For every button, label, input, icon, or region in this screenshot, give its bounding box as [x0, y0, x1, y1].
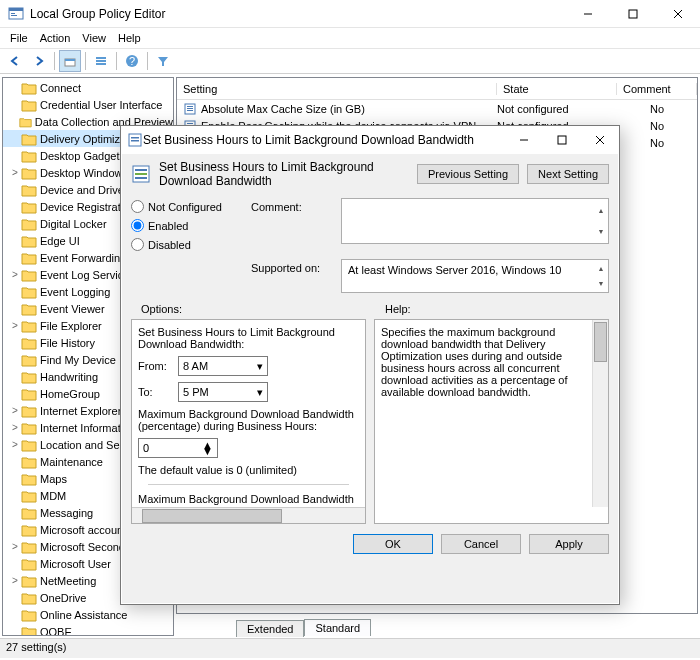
back-icon[interactable] [4, 50, 26, 72]
chevron-down-icon: ▾ [257, 386, 263, 399]
svg-rect-11 [96, 60, 106, 62]
list-header: Setting State Comment [177, 78, 697, 100]
svg-rect-10 [96, 57, 106, 59]
supported-box: At least Windows Server 2016, Windows 10… [341, 259, 609, 293]
options-label: Options: [131, 301, 365, 319]
menu-file[interactable]: File [4, 30, 34, 46]
svg-rect-18 [187, 110, 193, 111]
help-text: Specifies the maximum background downloa… [381, 326, 602, 398]
help-pane: Specifies the maximum background downloa… [374, 319, 609, 524]
comment-textarea[interactable]: ▲▼ [341, 198, 609, 244]
maximize-button[interactable] [610, 0, 655, 28]
apply-button[interactable]: Apply [529, 534, 609, 554]
from-label: From: [138, 360, 172, 372]
svg-rect-28 [131, 137, 139, 139]
radio-enabled[interactable]: Enabled [131, 219, 241, 232]
options-pane: Set Business Hours to Limit Background D… [131, 319, 366, 524]
dialog-minimize-button[interactable] [505, 126, 543, 154]
close-button[interactable] [655, 0, 700, 28]
svg-rect-1 [9, 8, 23, 11]
bottom-tabs: Extended Standard [176, 614, 698, 636]
list-icon[interactable] [90, 50, 112, 72]
previous-setting-button[interactable]: Previous Setting [417, 164, 519, 184]
svg-rect-3 [11, 15, 17, 16]
dialog-maximize-button[interactable] [543, 126, 581, 154]
minimize-button[interactable] [565, 0, 610, 28]
policy-dialog: Set Business Hours to Limit Background D… [120, 125, 620, 605]
to-label: To: [138, 386, 172, 398]
tree-item[interactable]: Online Assistance [3, 606, 173, 623]
max-during-input[interactable]: 0▲▼ [138, 438, 218, 458]
svg-rect-37 [135, 177, 147, 179]
dialog-close-button[interactable] [581, 126, 619, 154]
help-vscroll[interactable] [592, 320, 608, 507]
svg-rect-17 [187, 108, 193, 109]
comment-scroll[interactable]: ▲▼ [595, 200, 607, 242]
svg-rect-2 [11, 13, 15, 14]
help-icon[interactable]: ? [121, 50, 143, 72]
opt-title: Set Business Hours to Limit Background D… [138, 326, 359, 350]
svg-rect-16 [187, 106, 193, 107]
toolbar: ? [0, 48, 700, 74]
policy-icon [131, 164, 151, 184]
forward-icon[interactable] [28, 50, 50, 72]
from-select[interactable]: 8 AM▾ [178, 356, 268, 376]
tab-standard[interactable]: Standard [304, 619, 371, 636]
radio-disabled[interactable]: Disabled [131, 238, 241, 251]
to-select[interactable]: 5 PM▾ [178, 382, 268, 402]
col-state[interactable]: State [497, 83, 617, 95]
svg-rect-29 [131, 140, 139, 142]
next-setting-button[interactable]: Next Setting [527, 164, 609, 184]
statusbar: 27 setting(s) [0, 638, 700, 658]
status-text: 27 setting(s) [6, 641, 67, 653]
list-row[interactable]: Absolute Max Cache Size (in GB)Not confi… [177, 100, 697, 117]
help-label: Help: [375, 301, 609, 319]
col-comment[interactable]: Comment [617, 83, 697, 95]
tree-item[interactable]: Credential User Interface [3, 96, 173, 113]
col-setting[interactable]: Setting [177, 83, 497, 95]
svg-rect-35 [135, 169, 147, 171]
filter-icon[interactable] [152, 50, 174, 72]
menu-action[interactable]: Action [34, 30, 77, 46]
comment-label: Comment: [251, 198, 331, 213]
svg-rect-20 [187, 123, 193, 124]
options-hscroll[interactable] [132, 507, 365, 523]
menubar: File Action View Help [0, 28, 700, 48]
dialog-header-label: Set Business Hours to Limit Background D… [159, 160, 409, 188]
ok-button[interactable]: OK [353, 534, 433, 554]
up-icon[interactable] [59, 50, 81, 72]
supported-scroll[interactable]: ▲▼ [595, 261, 607, 291]
tab-extended[interactable]: Extended [236, 620, 304, 637]
cancel-button[interactable]: Cancel [441, 534, 521, 554]
chevron-down-icon: ▾ [257, 360, 263, 373]
svg-text:?: ? [129, 55, 135, 67]
svg-rect-5 [629, 10, 637, 18]
tree-item[interactable]: Connect [3, 79, 173, 96]
supported-text: At least Windows Server 2016, Windows 10 [348, 264, 561, 276]
app-icon [8, 6, 24, 22]
svg-rect-31 [558, 136, 566, 144]
default-note: The default value is 0 (unlimited) [138, 464, 359, 476]
main-titlebar: Local Group Policy Editor [0, 0, 700, 28]
dialog-icon [127, 132, 143, 148]
radio-not-configured[interactable]: Not Configured [131, 200, 241, 213]
supported-label: Supported on: [251, 259, 331, 274]
dialog-title: Set Business Hours to Limit Background D… [143, 133, 505, 147]
dialog-titlebar: Set Business Hours to Limit Background D… [121, 126, 619, 154]
svg-rect-12 [96, 63, 106, 65]
svg-rect-9 [65, 59, 75, 61]
menu-help[interactable]: Help [112, 30, 147, 46]
window-title: Local Group Policy Editor [30, 7, 565, 21]
max-during-label: Maximum Background Download Bandwidth (p… [138, 408, 359, 432]
tree-item[interactable]: OOBE [3, 623, 173, 636]
menu-view[interactable]: View [76, 30, 112, 46]
svg-rect-36 [135, 173, 147, 175]
